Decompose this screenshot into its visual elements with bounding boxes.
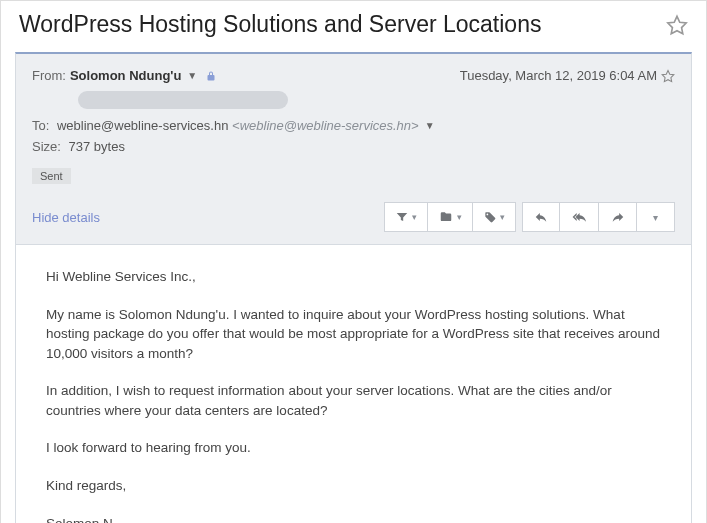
lock-icon	[205, 70, 217, 82]
chevron-down-icon: ▾	[500, 212, 505, 222]
more-actions-button[interactable]: ▾	[637, 202, 675, 232]
sender-name[interactable]: Solomon Ndung'u	[70, 68, 181, 83]
tag-button[interactable]: ▾	[473, 202, 516, 232]
recipient-display[interactable]: webline@webline-services.hn	[57, 118, 228, 133]
btn-group-respond: ▾	[522, 202, 675, 232]
redacted-sender-address	[78, 91, 288, 109]
chevron-down-icon[interactable]: ▼	[187, 70, 197, 81]
svg-marker-1	[662, 70, 674, 81]
body-paragraph: I look forward to hearing from you.	[46, 438, 669, 458]
body-paragraph: Solomon N.	[46, 514, 669, 524]
chevron-down-icon: ▾	[412, 212, 417, 222]
size-label: Size:	[32, 139, 61, 154]
to-label: To:	[32, 118, 49, 133]
email-date: Tuesday, March 12, 2019 6:04 AM	[460, 68, 675, 83]
from-label: From:	[32, 68, 66, 83]
star-icon[interactable]	[666, 14, 688, 36]
reply-all-button[interactable]	[560, 202, 599, 232]
action-toolbar: ▾ ▾ ▾	[384, 202, 675, 232]
filter-button[interactable]: ▾	[384, 202, 428, 232]
email-body: Hi Webline Services Inc., My name is Sol…	[15, 245, 692, 523]
chevron-down-icon: ▾	[457, 212, 462, 222]
body-paragraph: Hi Webline Services Inc.,	[46, 267, 669, 287]
chevron-down-icon[interactable]: ▼	[425, 120, 435, 131]
body-paragraph: My name is Solomon Ndung'u. I wanted to …	[46, 305, 669, 364]
reply-button[interactable]	[522, 202, 560, 232]
sent-status: Sent	[32, 160, 675, 184]
body-paragraph: In addition, I wish to request informati…	[46, 381, 669, 420]
btn-group-organize: ▾ ▾ ▾	[384, 202, 516, 232]
date-text: Tuesday, March 12, 2019 6:04 AM	[460, 68, 657, 83]
forward-button[interactable]	[599, 202, 637, 232]
svg-marker-0	[668, 16, 686, 34]
chevron-down-icon: ▾	[653, 212, 658, 223]
star-small-icon[interactable]	[661, 69, 675, 83]
move-to-folder-button[interactable]: ▾	[428, 202, 473, 232]
email-window: WordPress Hosting Solutions and Server L…	[0, 0, 707, 523]
title-bar: WordPress Hosting Solutions and Server L…	[1, 1, 706, 52]
size-value: 737 bytes	[69, 139, 125, 154]
to-row: To: webline@webline-services.hn <webline…	[32, 118, 675, 133]
hide-details-link[interactable]: Hide details	[32, 210, 100, 225]
recipient-raw: <webline@webline-services.hn>	[232, 118, 419, 133]
body-paragraph: Kind regards,	[46, 476, 669, 496]
details-row: Hide details ▾ ▾ ▾	[32, 202, 675, 232]
sent-chip: Sent	[32, 168, 71, 184]
size-row: Size: 737 bytes	[32, 139, 675, 154]
email-header-panel: From: Solomon Ndung'u ▼ Tuesday, March 1…	[15, 52, 692, 245]
email-subject: WordPress Hosting Solutions and Server L…	[19, 11, 541, 38]
